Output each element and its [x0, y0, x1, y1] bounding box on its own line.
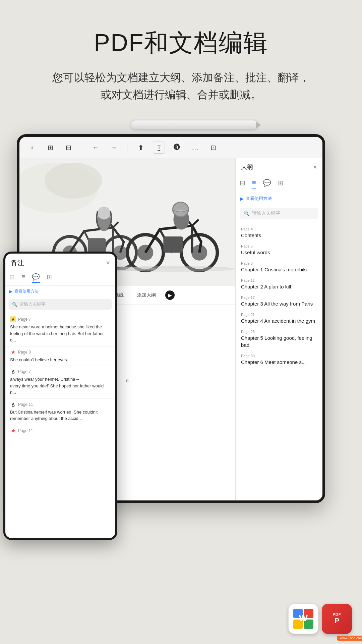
outline-item-6-chapter: Chapter 4 An accident in the gym	[241, 317, 317, 324]
device-area: ‹ ⊞ ⊟ ← → ⬆ T̲ 🅐 … ⊡	[0, 124, 362, 644]
note-5-page: Page 11	[18, 428, 33, 433]
pdf-logo-p: P	[333, 616, 341, 625]
outline-item-2-chapter: Useful words	[241, 249, 317, 256]
outline-item-8[interactable]: Page 30 Chapter 6 Meet someone s...	[236, 351, 322, 368]
note-item-4: A̲ Page 11 But Cristina herself was worr…	[5, 399, 115, 425]
note-4-badge: A̲ Page 11	[10, 401, 111, 408]
outline-item-7[interactable]: Page 26 Chapter 5 Looking good, feeling …	[236, 327, 322, 351]
annotation-expand-icon[interactable]: ▶	[165, 290, 175, 300]
outline-panel-header: 大纲 ×	[236, 158, 322, 176]
outline-panel-tabs: ⊟ ≡ 💬 ⊞	[236, 176, 322, 192]
phone-panel-tabs: ⊟ ≡ 💬 ⊞	[5, 270, 115, 286]
note-item-3: A̲ Page 7 always wear your helmet, Crist…	[5, 366, 115, 399]
outline-close-button[interactable]: ×	[313, 163, 317, 171]
outline-item-7-page: Page 26	[241, 330, 317, 334]
phone-tab-list[interactable]: ≡	[21, 273, 25, 283]
app-logos-area: W PDF P www.7hon.com	[288, 604, 352, 634]
outline-item-3[interactable]: Page 6 Chapter 1 Cristina's motorbike	[236, 259, 322, 276]
word-app-icon[interactable]: W	[288, 604, 318, 634]
toolbar-divider-2	[127, 143, 127, 153]
phone-notes-list: A Page 7 She never wore a helmet because…	[5, 312, 115, 440]
outline-item-1[interactable]: Page 4 Contents	[236, 224, 322, 241]
phone-tab-chat[interactable]: 💬	[32, 273, 40, 283]
word-icon-svg: W	[292, 607, 315, 631]
outline-item-1-chapter: Contents	[241, 232, 317, 239]
outline-item-8-page: Page 30	[241, 354, 317, 358]
page-subtitle: 您可以轻松为文档建立大纲、添加备注、批注、翻译，或对文档进行编辑、合并或删减。	[0, 69, 362, 103]
outline-item-1-page: Page 4	[241, 227, 317, 231]
pin-badge-icon-2: ★	[10, 428, 16, 434]
outline-list: Page 4 Contents Page 5 Useful words Page…	[236, 222, 322, 500]
phone-tab-settings[interactable]: ⊞	[47, 273, 52, 283]
note-2-badge: ★ Page 8	[10, 349, 111, 355]
pin-badge-icon: ★	[10, 349, 16, 355]
outline-item-7-chapter: Chapter 5 Looking good, feeling bad	[241, 334, 317, 348]
phone-search-placeholder: 请输入关键字	[19, 301, 46, 307]
outline-help-link[interactable]: ▶ 查看使用方法	[236, 192, 322, 205]
outline-tab-settings[interactable]: ⊞	[278, 179, 284, 189]
outline-help-text: 查看使用方法	[246, 196, 272, 202]
outline-item-5[interactable]: Page 17 Chapter 3 All the way from Paris	[236, 293, 322, 310]
note-1-badge: A Page 7	[10, 316, 111, 322]
phone-device: 备注 × ⊟ ≡ 💬 ⊞ ▶ 查看使用方法 🔍 请输入关键字 A Page 7 …	[3, 252, 117, 540]
outline-tab-list[interactable]: ≡	[252, 179, 256, 189]
watermark-label: www.7hon.com	[337, 636, 362, 641]
outline-tab-bookmark[interactable]: ⊟	[240, 179, 245, 189]
outline-panel: 大纲 × ⊟ ≡ 💬 ⊞ ▶ 查看使用方法 🔍 请输入关键字	[235, 158, 322, 500]
note-2-text: She couldn't believe her eyes.	[10, 357, 111, 363]
outline-item-5-chapter: Chapter 3 All the way from Paris	[241, 300, 317, 307]
phone-search-icon: 🔍	[12, 302, 17, 307]
outline-item-2[interactable]: Page 5 Useful words	[236, 241, 322, 259]
note-item-1: A Page 7 She never wore a helmet because…	[5, 314, 115, 346]
outline-item-6[interactable]: Page 21 Chapter 4 An accident in the gym	[236, 310, 322, 327]
svg-point-9	[98, 207, 111, 220]
annotation-icon[interactable]: 🅐	[171, 142, 183, 154]
add-outline-button[interactable]: 添加大纲	[130, 289, 163, 301]
phone-search-box[interactable]: 🔍 请输入关键字	[9, 299, 112, 310]
note-2-page: Page 8	[18, 350, 31, 355]
svg-text:W: W	[299, 613, 308, 623]
outline-item-6-page: Page 21	[241, 313, 317, 317]
note-4-text: But Cristina herself was worried. She co…	[10, 409, 111, 422]
pdf-app-icon[interactable]: PDF P	[322, 604, 352, 634]
undo-icon[interactable]: ←	[89, 142, 102, 154]
phone-tab-bookmark[interactable]: ⊟	[9, 273, 15, 283]
outline-item-4-chapter: Chapter 2 A plan to kill	[241, 283, 317, 290]
pdf-app-logo-wrapper: PDF P www.7hon.com	[322, 604, 352, 634]
note-3-badge: A̲ Page 7	[10, 369, 111, 375]
svg-rect-14	[163, 236, 183, 253]
phone-help-text: 查看使用方法	[14, 288, 39, 294]
back-button[interactable]: ‹	[26, 142, 38, 154]
phone-help-link[interactable]: ▶ 查看使用方法	[5, 286, 115, 297]
more-options-icon[interactable]: …	[189, 142, 201, 154]
outline-panel-title: 大纲	[241, 163, 253, 171]
outline-item-4-page: Page 12	[241, 278, 317, 282]
phone-play-icon: ▶	[9, 289, 12, 294]
text-tool-icon[interactable]: T̲	[153, 142, 165, 154]
toolbar-divider-1	[82, 143, 82, 153]
redo-icon[interactable]: →	[108, 142, 120, 154]
note-4-page: Page 11	[18, 402, 33, 407]
phone-panel-title: 备注	[11, 258, 24, 267]
right-panel-icon[interactable]: ⊡	[207, 142, 219, 154]
grid-view-icon[interactable]: ⊟	[62, 142, 74, 154]
pdf-toolbar: ‹ ⊞ ⊟ ← → ⬆ T̲ 🅐 … ⊡	[19, 137, 322, 158]
phone-close-button[interactable]: ×	[106, 259, 110, 267]
note-3-text: always wear your helmet, Cristina –every…	[10, 376, 111, 396]
outline-search-box[interactable]: 🔍 请输入关键字	[240, 208, 318, 219]
svg-rect-7	[88, 238, 106, 253]
sidebar-toggle-icon[interactable]: ⊞	[44, 142, 56, 154]
outline-item-4[interactable]: Page 12 Chapter 2 A plan to kill	[236, 276, 322, 293]
outline-item-8-chapter: Chapter 6 Meet someone s...	[241, 359, 317, 366]
share-icon[interactable]: ⬆	[135, 142, 147, 154]
outline-search-icon: 🔍	[244, 211, 249, 216]
svg-point-1	[45, 163, 102, 199]
pdf-logo-content: PDF P	[333, 612, 341, 625]
outline-item-3-chapter: Chapter 1 Cristina's motorbike	[241, 266, 317, 273]
underline-badge-icon: A̲	[10, 369, 16, 375]
outline-tab-chat[interactable]: 💬	[263, 179, 271, 189]
outline-item-3-page: Page 6	[241, 261, 317, 265]
outline-item-5-page: Page 17	[241, 296, 317, 300]
play-icon: ▶	[240, 196, 244, 201]
phone-panel-header: 备注 ×	[5, 254, 115, 270]
